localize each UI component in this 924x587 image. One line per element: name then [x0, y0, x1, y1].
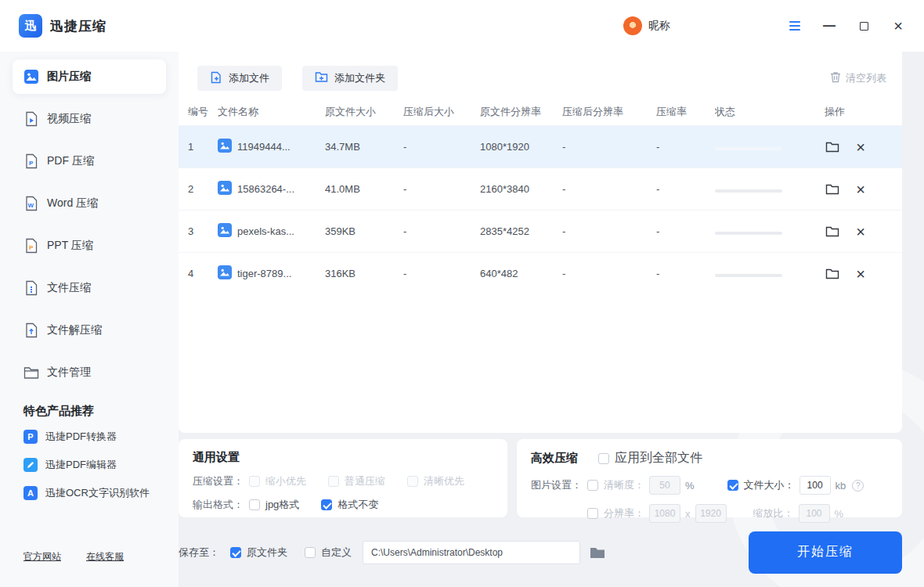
main-area: 添加文件 添加文件夹 清空列表: [179, 52, 924, 587]
filesize-checkbox[interactable]: [727, 480, 738, 491]
compressed-size: -: [403, 225, 480, 237]
clarity-input[interactable]: [649, 476, 680, 495]
option-jpg-format[interactable]: jpg格式: [249, 498, 299, 512]
compression-ratio: -: [656, 225, 715, 237]
remove-file-icon[interactable]: ×: [853, 224, 868, 239]
clarity-first-checkbox[interactable]: [407, 476, 418, 487]
promo-label: 迅捷PDF编辑器: [45, 458, 117, 472]
online-support-link[interactable]: 在线客服: [86, 550, 124, 564]
normal-compress-checkbox[interactable]: [328, 476, 339, 487]
promo-pdf-editor[interactable]: 迅捷PDF编辑器: [23, 458, 179, 472]
jpg-format-checkbox[interactable]: [249, 499, 260, 510]
size-first-checkbox[interactable]: [249, 476, 260, 487]
original-resolution: 640*482: [480, 268, 562, 279]
compressed-resolution: -: [562, 183, 656, 195]
custom-path-checkbox[interactable]: [305, 547, 316, 558]
original-folder-checkbox[interactable]: [230, 547, 241, 558]
table-row[interactable]: 1 11949444... 34.7MB - 1080*1920 - - ×: [179, 125, 902, 167]
original-size: 34.7MB: [325, 141, 403, 153]
table-row[interactable]: 4 tiger-8789... 316KB - 640*482 - - ×: [179, 252, 902, 294]
sidebar-item-label: Word 压缩: [47, 196, 98, 211]
menu-list-icon[interactable]: [788, 19, 802, 33]
start-compress-button[interactable]: 开始压缩: [749, 531, 902, 574]
open-folder-icon[interactable]: [825, 139, 840, 155]
bottom-bar: 保存至： 原文件夹 自定义 开始压缩: [179, 517, 902, 587]
remove-file-icon[interactable]: ×: [853, 139, 868, 155]
output-format-label: 输出格式：: [193, 498, 249, 512]
sidebar-item-pdf-compress[interactable]: P PDF 压缩: [13, 144, 166, 178]
row-operations: ×: [825, 182, 902, 197]
option-apply-all[interactable]: 应用到全部文件: [598, 450, 702, 466]
official-website-link[interactable]: 官方网站: [23, 550, 61, 564]
general-settings-card: 通用设置 压缩设置： 缩小优先 普通压缩 清晰优先: [179, 439, 507, 517]
option-clarity[interactable]: 清晰度：: [587, 478, 644, 492]
remove-file-icon[interactable]: ×: [853, 266, 868, 282]
help-icon[interactable]: ?: [852, 480, 864, 492]
minimize-button[interactable]: —: [822, 19, 836, 33]
app-window: 迅 迅捷压缩 昵称 — × 图片压缩: [0, 0, 924, 587]
save-path-input[interactable]: [363, 541, 580, 564]
filesize-input[interactable]: [799, 476, 831, 495]
user-account[interactable]: 昵称: [623, 16, 670, 35]
save-to-label: 保存至：: [179, 546, 219, 560]
apply-all-checkbox[interactable]: [598, 453, 609, 464]
option-clarity-first[interactable]: 清晰优先: [407, 474, 464, 488]
sidebar-item-label: 视频压缩: [47, 112, 91, 126]
promo-ocr-software[interactable]: A 迅捷OCR文字识别软件: [23, 486, 179, 500]
open-folder-icon[interactable]: [825, 182, 840, 197]
option-size-first[interactable]: 缩小优先: [249, 474, 306, 488]
sidebar-item-ppt-compress[interactable]: P PPT 压缩: [13, 229, 166, 263]
open-folder-icon[interactable]: [825, 266, 840, 282]
file-name: 11949444...: [237, 141, 291, 153]
option-normal-compress[interactable]: 普通压缩: [328, 474, 385, 488]
add-file-label: 添加文件: [229, 71, 269, 85]
table-row[interactable]: 2 15863264-... 41.0MB - 2160*3840 - - ×: [179, 167, 902, 210]
status-cell: [715, 183, 825, 195]
add-file-button[interactable]: 添加文件: [197, 66, 282, 91]
app-logo-icon: 迅: [19, 14, 42, 38]
ocr-icon: A: [23, 486, 38, 500]
efficient-compress-card: 高效压缩 应用到全部文件 图片设置： 清晰度： %: [517, 439, 902, 517]
compress-mode-label: 压缩设置：: [193, 474, 249, 488]
status-cell: [715, 225, 825, 237]
image-file-icon: [218, 223, 232, 239]
original-resolution: 2160*3840: [480, 183, 562, 195]
add-folder-button[interactable]: 添加文件夹: [302, 66, 398, 91]
file-manage-icon: [23, 365, 39, 380]
sidebar-item-label: PDF 压缩: [47, 154, 94, 168]
remove-file-icon[interactable]: ×: [853, 182, 868, 197]
avatar[interactable]: [623, 16, 642, 35]
browse-folder-icon[interactable]: [590, 546, 605, 559]
sidebar-item-file-decompress[interactable]: 文件解压缩: [13, 313, 166, 348]
image-file-icon: [218, 265, 232, 282]
row-number: 3: [188, 225, 218, 237]
keep-format-checkbox[interactable]: [321, 499, 332, 510]
promo-pdf-converter[interactable]: P 迅捷PDF转换器: [23, 430, 179, 444]
image-file-icon: [218, 181, 232, 197]
compressed-size: -: [403, 268, 480, 279]
sidebar-item-word-compress[interactable]: W Word 压缩: [13, 186, 166, 221]
open-folder-icon[interactable]: [825, 224, 840, 239]
row-operations: ×: [825, 266, 902, 282]
original-size: 41.0MB: [325, 183, 403, 195]
user-nickname: 昵称: [648, 19, 670, 33]
sidebar-item-file-compress[interactable]: 文件压缩: [13, 271, 166, 305]
option-filesize[interactable]: 文件大小：: [727, 478, 795, 492]
clarity-checkbox[interactable]: [587, 480, 598, 491]
row-number: 4: [188, 268, 218, 279]
sidebar-item-file-manage[interactable]: 文件管理: [13, 355, 166, 390]
image-setting-label: 图片设置：: [531, 478, 587, 492]
col-filename: 文件名称: [218, 105, 325, 119]
option-custom-path[interactable]: 自定义: [305, 546, 352, 560]
option-original-folder[interactable]: 原文件夹: [230, 546, 287, 560]
col-ratio: 压缩率: [656, 105, 715, 119]
maximize-button[interactable]: [857, 19, 871, 33]
sidebar-item-image-compress[interactable]: 图片压缩: [13, 59, 166, 94]
table-row[interactable]: 3 pexels-kas... 359KB - 2835*4252 - - ×: [179, 210, 902, 252]
option-keep-format[interactable]: 格式不变: [321, 498, 378, 512]
sidebar-item-label: 图片压缩: [47, 70, 91, 84]
sidebar-item-video-compress[interactable]: 视频压缩: [13, 102, 166, 136]
file-table-card: 添加文件 添加文件夹 清空列表: [179, 52, 902, 433]
close-button[interactable]: ×: [891, 19, 905, 33]
clear-list-button[interactable]: 清空列表: [830, 71, 886, 85]
